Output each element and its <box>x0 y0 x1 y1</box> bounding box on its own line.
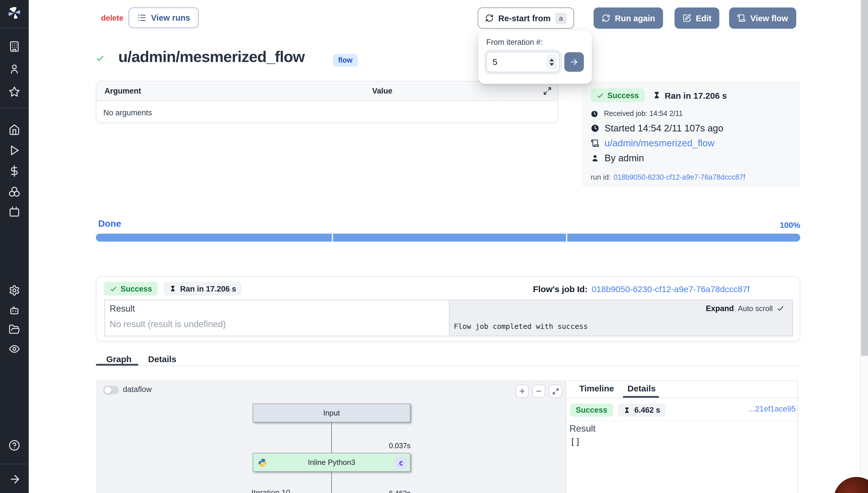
run-again-button[interactable]: Run again <box>594 7 663 29</box>
view-runs-button[interactable]: View runs <box>129 7 199 28</box>
python-node-label: Inline Python3 <box>308 458 355 467</box>
restart-submit-button[interactable] <box>565 52 584 72</box>
view-flow-button[interactable]: View flow <box>729 7 796 29</box>
user-icon[interactable] <box>8 63 20 74</box>
fit-view-button[interactable] <box>549 385 562 398</box>
step-result-value: [] <box>570 437 580 447</box>
dataflow-toggle[interactable] <box>103 386 119 394</box>
edit-button[interactable]: Edit <box>675 7 720 29</box>
flow-result-card: Success Ran in 17.206 s Flow's job Id: 0… <box>96 276 800 342</box>
cache-badge: c <box>395 456 407 469</box>
zoom-in-button[interactable] <box>515 385 529 398</box>
graph-node-input[interactable]: Input <box>253 404 410 423</box>
restart-iteration-popup: From iteration #: 5 <box>478 30 592 84</box>
from-iteration-label: From iteration #: <box>486 38 584 46</box>
log-line: Flow job completed with success <box>454 322 588 330</box>
dollar-sign-icon[interactable] <box>8 165 20 177</box>
arguments-table-header: Argument Value <box>97 82 557 101</box>
run-status-card: Success Ran in 17.206 s Received job: 14… <box>582 81 800 187</box>
progress-percent: 100% <box>763 220 800 230</box>
step-job-link[interactable]: ...21ef1ace95 <box>735 405 796 413</box>
progress-segment-divider <box>332 234 333 242</box>
corner-notification-blob[interactable] <box>833 477 868 493</box>
tabs-border <box>96 366 800 366</box>
sidebar-divider <box>0 108 29 108</box>
arrow-right-icon <box>570 57 579 67</box>
zoom-out-button[interactable] <box>532 385 545 398</box>
iteration-label: Iteration 10 <box>251 488 290 493</box>
check-icon[interactable] <box>777 305 784 312</box>
restart-kbd: a <box>555 12 567 24</box>
pencil-square-icon <box>682 14 691 22</box>
plus-icon <box>518 387 526 395</box>
job-id-label: Flow's job Id: <box>533 284 588 294</box>
bot-icon[interactable] <box>8 305 20 316</box>
side-panel-row-border <box>566 421 798 421</box>
progress-segment-divider <box>566 234 567 242</box>
tab-graph[interactable]: Graph <box>106 354 131 364</box>
received-job-text: Received job: 14:54 2/11 <box>604 110 683 117</box>
result-empty-text: No result (result is undefined) <box>110 319 444 329</box>
step-duration-badge: 6.462 s <box>618 404 666 417</box>
iteration-duration: 6.462s <box>376 490 410 493</box>
page-title: u/admin/mesmerized_flow <box>118 48 304 66</box>
expand-icon[interactable] <box>543 87 552 95</box>
step-status-badge: Success <box>570 404 613 417</box>
job-id-row: Flow's job Id: 018b9050-6230-cf12-a9e7-7… <box>533 284 750 294</box>
scrollbar-thumb[interactable] <box>861 0 868 356</box>
home-icon[interactable] <box>8 124 20 135</box>
side-tabs-border <box>566 398 798 398</box>
restart-from-button[interactable]: Re-start from a <box>478 7 574 29</box>
job-id-link[interactable]: 018b9050-6230-cf12-a9e7-76a78dccc87f <box>592 284 749 294</box>
expand-button[interactable]: Expand <box>706 304 734 313</box>
play-icon[interactable] <box>8 145 20 156</box>
graph-edge <box>331 472 332 493</box>
sidebar-divider <box>0 27 29 28</box>
flow-path-link[interactable]: u/admin/mesmerized_flow <box>605 138 715 149</box>
stepper-down-icon[interactable] <box>550 63 554 66</box>
boxes-icon[interactable] <box>8 186 20 197</box>
status-badge: Success <box>104 282 158 296</box>
clock-icon <box>591 110 598 117</box>
edit-label: Edit <box>696 14 712 23</box>
iteration-number-input[interactable]: 5 <box>486 52 560 72</box>
number-stepper[interactable] <box>547 55 557 69</box>
minus-icon <box>535 387 543 395</box>
tab-details[interactable]: Details <box>148 354 176 364</box>
star-icon[interactable] <box>8 86 20 98</box>
result-log-split: Result No result (result is undefined) E… <box>105 300 793 336</box>
hourglass-icon <box>653 91 661 99</box>
no-arguments-text: No arguments <box>103 108 152 117</box>
scrollbar-track[interactable] <box>860 0 868 493</box>
settings-gear-icon[interactable] <box>8 285 20 296</box>
graph-edge <box>331 423 332 453</box>
workspace-divider <box>566 381 566 493</box>
tab-timeline[interactable]: Timeline <box>579 383 614 393</box>
python-icon <box>258 458 268 468</box>
dataflow-label: dataflow <box>123 385 152 394</box>
run-id-link[interactable]: 018b9050-6230-cf12-a9e7-76a78dccc87f <box>614 173 745 181</box>
scroll-icon <box>591 139 599 148</box>
graph-node-python[interactable]: Inline Python3 c <box>253 453 410 472</box>
check-icon <box>596 91 604 99</box>
tab-details-side[interactable]: Details <box>628 383 656 393</box>
building-icon[interactable] <box>8 41 20 52</box>
step-duration: 0.037s <box>376 442 410 450</box>
view-runs-label: View runs <box>151 13 190 22</box>
calendar-icon[interactable] <box>8 206 20 217</box>
help-circle-icon[interactable] <box>8 440 20 451</box>
delete-button[interactable]: delete <box>101 14 123 22</box>
result-pane: Result No result (result is undefined) <box>105 300 449 336</box>
restart-from-label: Re-start from <box>498 14 551 23</box>
log-pane: Expand Auto scroll Flow job completed wi… <box>449 300 792 336</box>
list-icon <box>137 13 146 22</box>
eye-icon[interactable] <box>8 343 20 355</box>
folder-open-icon[interactable] <box>8 324 20 335</box>
side-panel-top-border <box>566 381 798 381</box>
stepper-up-icon[interactable] <box>550 58 554 61</box>
flow-graph-canvas[interactable] <box>96 381 566 493</box>
arrow-right-icon[interactable] <box>8 473 21 486</box>
windmill-logo-icon[interactable] <box>7 6 22 21</box>
status-badge: Success <box>591 88 645 102</box>
scroll-icon <box>737 14 746 22</box>
